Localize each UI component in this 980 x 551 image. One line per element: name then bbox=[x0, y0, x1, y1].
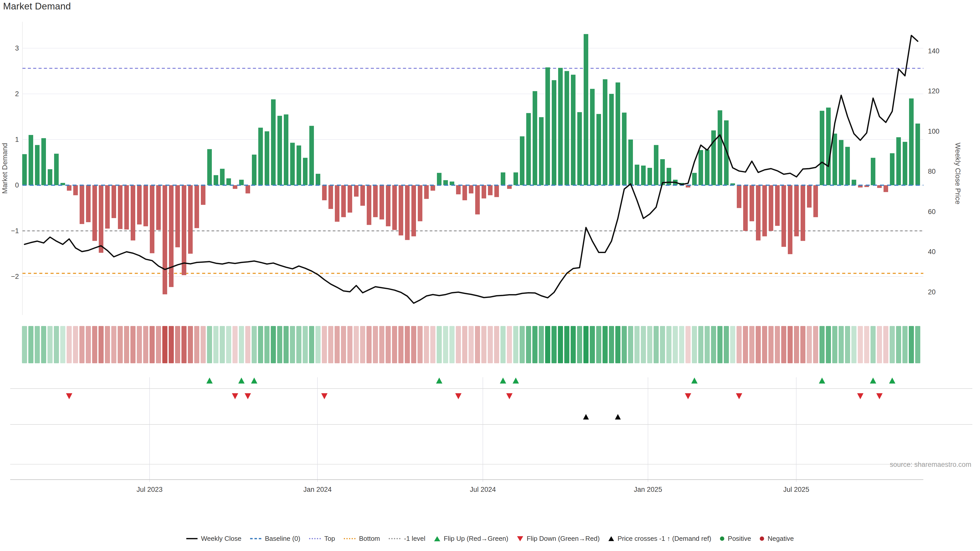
legend-item-flip-up[interactable]: Flip Up (Red→Green) bbox=[434, 535, 508, 543]
heatmap-cell bbox=[194, 326, 199, 363]
flip-up-marker bbox=[691, 378, 698, 383]
demand-bar bbox=[775, 185, 780, 226]
flip-up-marker bbox=[889, 378, 896, 383]
heatmap-cell bbox=[768, 326, 773, 363]
legend-item-top[interactable]: Top bbox=[309, 535, 335, 543]
flip-up-marker bbox=[819, 378, 825, 383]
heatmap-cell bbox=[494, 326, 499, 363]
demand-heatmap-strip bbox=[22, 326, 920, 363]
heatmap-cell bbox=[143, 326, 148, 363]
heatmap-cell bbox=[322, 326, 327, 363]
demand-bar bbox=[380, 185, 384, 219]
demand-bar bbox=[86, 185, 91, 222]
heatmap-cell bbox=[347, 326, 352, 363]
demand-bar bbox=[201, 185, 205, 205]
svg-text:140: 140 bbox=[928, 47, 939, 55]
demand-bar bbox=[514, 172, 518, 185]
demand-bar bbox=[22, 154, 27, 185]
heatmap-cell bbox=[80, 326, 84, 363]
demand-bar bbox=[475, 185, 480, 214]
heatmap-cell bbox=[532, 326, 538, 363]
heatmap-cell bbox=[718, 326, 722, 363]
heatmap-cell bbox=[130, 326, 135, 363]
demand-bar bbox=[558, 68, 563, 185]
heatmap-cell bbox=[660, 326, 665, 363]
heatmap-cell bbox=[118, 326, 123, 363]
flip-down-marker bbox=[736, 393, 742, 399]
weekly-close-line bbox=[24, 35, 918, 303]
heatmap-cell bbox=[539, 326, 544, 363]
red-dot-icon bbox=[760, 537, 764, 541]
legend-item-price-cross[interactable]: Price crosses -1 ↑ (Demand ref) bbox=[608, 535, 711, 543]
demand-bar bbox=[67, 185, 72, 191]
demand-bar bbox=[571, 75, 576, 185]
right-axis-title: Weekly Close Price bbox=[954, 143, 962, 204]
demand-bar bbox=[660, 159, 665, 185]
demand-bar bbox=[698, 150, 703, 185]
price-cross-marker bbox=[583, 414, 589, 420]
demand-bar bbox=[539, 117, 544, 185]
heatmap-cell bbox=[181, 326, 186, 363]
flip-down-marker bbox=[857, 393, 864, 399]
demand-bar bbox=[124, 185, 129, 230]
legend-item-minus1-level[interactable]: -1 level bbox=[389, 535, 425, 543]
heatmap-cell bbox=[513, 326, 518, 363]
heatmap-cell bbox=[545, 326, 550, 363]
heatmap-cell bbox=[220, 326, 225, 363]
demand-bar bbox=[245, 185, 250, 193]
heatmap-cell bbox=[590, 326, 595, 363]
demand-bar bbox=[552, 80, 556, 185]
heatmap-cell bbox=[673, 326, 678, 363]
svg-text:Jul 2025: Jul 2025 bbox=[783, 486, 809, 493]
heatmap-cell bbox=[564, 326, 570, 363]
legend-item-negative[interactable]: Negative bbox=[760, 535, 794, 543]
heatmap-cell bbox=[271, 326, 276, 363]
heatmap-cell bbox=[398, 326, 404, 363]
heatmap-cell bbox=[449, 326, 455, 363]
svg-text:0: 0 bbox=[15, 181, 19, 189]
demand-bar bbox=[162, 185, 167, 294]
heatmap-cell bbox=[686, 326, 690, 363]
legend-item-flip-down[interactable]: Flip Down (Green→Red) bbox=[517, 535, 600, 543]
heatmap-cell bbox=[73, 326, 78, 363]
dotted-line-icon bbox=[309, 538, 321, 539]
legend-item-weekly-close[interactable]: Weekly Close bbox=[186, 535, 242, 543]
svg-text:1: 1 bbox=[15, 136, 19, 143]
demand-bar bbox=[341, 185, 346, 217]
heatmap-cell bbox=[596, 326, 601, 363]
demand-bar bbox=[41, 138, 46, 185]
flip-up-marker bbox=[870, 378, 877, 383]
heatmap-cell bbox=[813, 326, 818, 363]
demand-bar bbox=[832, 134, 837, 185]
heatmap-cell bbox=[156, 326, 161, 363]
heatmap-cell bbox=[379, 326, 384, 363]
demand-bar bbox=[277, 116, 282, 185]
demand-bar bbox=[896, 137, 901, 185]
demand-bar bbox=[903, 142, 907, 185]
heatmap-cell bbox=[711, 326, 716, 363]
legend-item-baseline[interactable]: Baseline (0) bbox=[250, 535, 301, 543]
demand-bar bbox=[411, 185, 416, 236]
heatmap-cell bbox=[22, 326, 27, 363]
legend-item-bottom[interactable]: Bottom bbox=[344, 535, 380, 543]
demand-bar bbox=[616, 83, 620, 185]
legend-item-positive[interactable]: Positive bbox=[720, 535, 751, 543]
demand-bar bbox=[175, 185, 180, 247]
demand-bar bbox=[99, 185, 103, 253]
dashed-line-icon bbox=[250, 538, 261, 539]
heatmap-cell bbox=[603, 326, 608, 363]
heatmap-cell bbox=[552, 326, 557, 363]
demand-bar bbox=[220, 169, 224, 185]
heatmap-cell bbox=[411, 326, 416, 363]
demand-bar bbox=[424, 185, 429, 199]
demand-bar bbox=[213, 175, 218, 185]
heatmap-cell bbox=[86, 326, 91, 363]
heatmap-cell bbox=[175, 326, 180, 363]
heatmap-cell bbox=[48, 326, 52, 363]
heatmap-cell bbox=[654, 326, 659, 363]
heatmap-cell bbox=[819, 326, 824, 363]
demand-chart[interactable]: 3210−1−214012010080604020Jul 2023Jan 202… bbox=[0, 0, 980, 551]
demand-bar bbox=[386, 185, 390, 226]
flip-up-marker bbox=[436, 378, 442, 383]
heatmap-cell bbox=[749, 326, 754, 363]
